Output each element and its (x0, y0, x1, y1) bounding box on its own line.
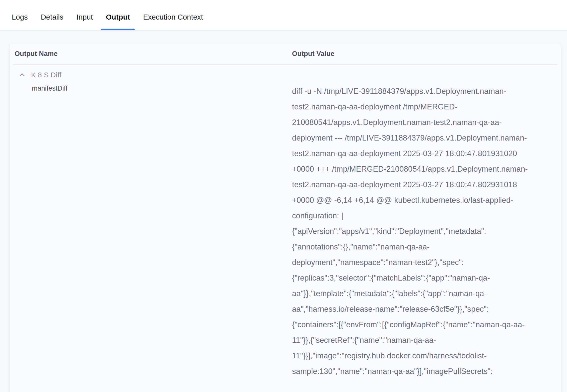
tab-input[interactable]: Input (72, 4, 98, 30)
tab-bar: Logs Details Input Output Execution Cont… (0, 0, 567, 31)
output-table-card: Output Name Output Value K 8 S Diff mani… (10, 43, 561, 392)
tab-logs[interactable]: Logs (7, 4, 33, 30)
column-header-output-name: Output Name (15, 50, 292, 58)
step-output-panel: Logs Details Input Output Execution Cont… (0, 0, 567, 392)
table-row: manifestDiff diff -u -N /tmp/LIVE-391188… (10, 84, 561, 379)
output-table-header: Output Name Output Value (10, 43, 561, 64)
tab-execution-context[interactable]: Execution Context (138, 4, 208, 30)
group-label: K 8 S Diff (31, 71, 61, 79)
output-name-cell: manifestDiff (15, 84, 292, 93)
column-header-output-value: Output Value (292, 50, 556, 58)
header-divider (13, 64, 557, 64)
group-row-k8s-diff[interactable]: K 8 S Diff (19, 71, 561, 80)
chevron-up-icon[interactable] (19, 72, 25, 78)
output-value-cell: diff -u -N /tmp/LIVE-3911884379/apps.v1.… (292, 84, 528, 379)
tab-output[interactable]: Output (101, 4, 135, 30)
tab-details[interactable]: Details (36, 4, 68, 30)
